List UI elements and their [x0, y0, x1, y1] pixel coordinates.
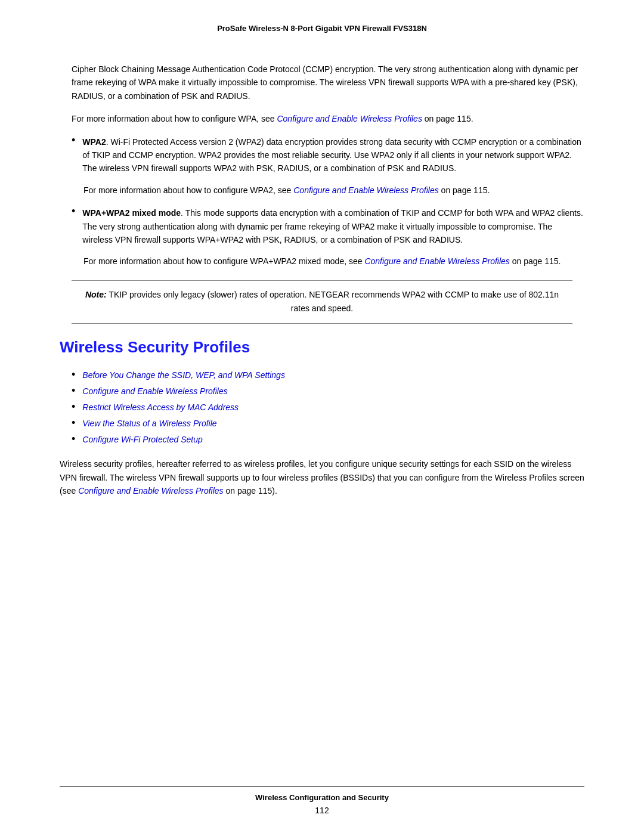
- toc-bullet-4: •: [72, 433, 75, 445]
- wpa-ref-para: For more information about how to config…: [72, 112, 584, 125]
- wpa-mixed-follow-prefix: For more information about how to config…: [83, 256, 364, 266]
- toc-link-2[interactable]: Restrict Wireless Access by MAC Address: [82, 402, 239, 412]
- footer-page-number: 112: [0, 806, 644, 815]
- footer-label: Wireless Configuration and Security: [0, 793, 644, 802]
- intro-paragraph-1: Cipher Block Chaining Message Authentica…: [72, 63, 584, 103]
- bullet-dot-wpa-mixed: •: [72, 205, 75, 218]
- wpa2-configure-link[interactable]: Configure and Enable Wireless Profiles: [293, 185, 438, 195]
- toc-link-0[interactable]: Before You Change the SSID, WEP, and WPA…: [82, 370, 285, 380]
- toc-item-3: • View the Status of a Wireless Profile: [72, 417, 584, 429]
- wpa2-text: . Wi-Fi Protected Access version 2 (WPA2…: [82, 137, 581, 174]
- wpa-mixed-label: WPA+WPA2 mixed mode: [82, 208, 181, 218]
- wpa-mixed-configure-link[interactable]: Configure and Enable Wireless Profiles: [364, 256, 509, 266]
- wpa2-follow-prefix: For more information about how to config…: [83, 185, 293, 195]
- toc-item-0: • Before You Change the SSID, WEP, and W…: [72, 368, 584, 381]
- wpa-mixed-follow-para: For more information about how to config…: [83, 255, 584, 268]
- wpa2-follow-para: For more information about how to config…: [83, 184, 584, 197]
- wpa-ref-suffix: on page 115.: [422, 114, 473, 123]
- body-configure-link[interactable]: Configure and Enable Wireless Profiles: [78, 486, 223, 496]
- header-title: ProSafe Wireless-N 8-Port Gigabit VPN Fi…: [217, 24, 427, 33]
- bullet-item-wpa2: • WPA2. Wi-Fi Protected Access version 2…: [72, 135, 584, 175]
- wpa-ref-prefix: For more information about how to config…: [72, 114, 277, 123]
- page-footer: Wireless Configuration and Security 112: [0, 786, 644, 815]
- wpa2-label: WPA2: [82, 137, 106, 147]
- body-suffix: on page 115).: [224, 486, 277, 496]
- intro-text-1: Cipher Block Chaining Message Authentica…: [72, 64, 578, 101]
- toc-link-1[interactable]: Configure and Enable Wireless Profiles: [82, 386, 227, 396]
- note-label: Note:: [85, 290, 107, 299]
- toc-bullet-2: •: [72, 401, 75, 413]
- bullet-section: • WPA2. Wi-Fi Protected Access version 2…: [60, 135, 584, 268]
- toc-link-3[interactable]: View the Status of a Wireless Profile: [82, 419, 216, 428]
- note-body: TKIP provides only legacy (slower) rates…: [107, 290, 559, 314]
- bullet-content-wpa2: WPA2. Wi-Fi Protected Access version 2 (…: [82, 135, 584, 175]
- toc-item-1: • Configure and Enable Wireless Profiles: [72, 385, 584, 397]
- section-title: Wireless Security Profiles: [60, 338, 584, 357]
- toc-item-2: • Restrict Wireless Access by MAC Addres…: [72, 401, 584, 413]
- wpa-configure-link[interactable]: Configure and Enable Wireless Profiles: [277, 114, 422, 123]
- content-area: Cipher Block Chaining Message Authentica…: [60, 63, 584, 797]
- wpa2-follow-suffix: on page 115.: [439, 185, 490, 195]
- toc-item-4: • Configure Wi-Fi Protected Setup: [72, 433, 584, 445]
- section-body-para: Wireless security profiles, hereafter re…: [60, 457, 584, 497]
- toc-bullet-0: •: [72, 368, 75, 381]
- bullet-dot-wpa2: •: [72, 134, 75, 147]
- toc-list: • Before You Change the SSID, WEP, and W…: [72, 368, 584, 445]
- bullet-content-wpa-mixed: WPA+WPA2 mixed mode. This mode supports …: [82, 206, 584, 246]
- note-box: Note: TKIP provides only legacy (slower)…: [72, 280, 572, 324]
- note-text: Note: TKIP provides only legacy (slower)…: [83, 288, 561, 317]
- toc-bullet-3: •: [72, 417, 75, 429]
- wpa-mixed-follow-suffix: on page 115.: [510, 256, 561, 266]
- toc-link-4[interactable]: Configure Wi-Fi Protected Setup: [82, 435, 202, 444]
- page-header: ProSafe Wireless-N 8-Port Gigabit VPN Fi…: [60, 24, 584, 39]
- footer-divider: [60, 786, 584, 787]
- bullet-item-wpa-mixed: • WPA+WPA2 mixed mode. This mode support…: [72, 206, 584, 246]
- toc-bullet-1: •: [72, 385, 75, 397]
- page-container: ProSafe Wireless-N 8-Port Gigabit VPN Fi…: [0, 0, 644, 833]
